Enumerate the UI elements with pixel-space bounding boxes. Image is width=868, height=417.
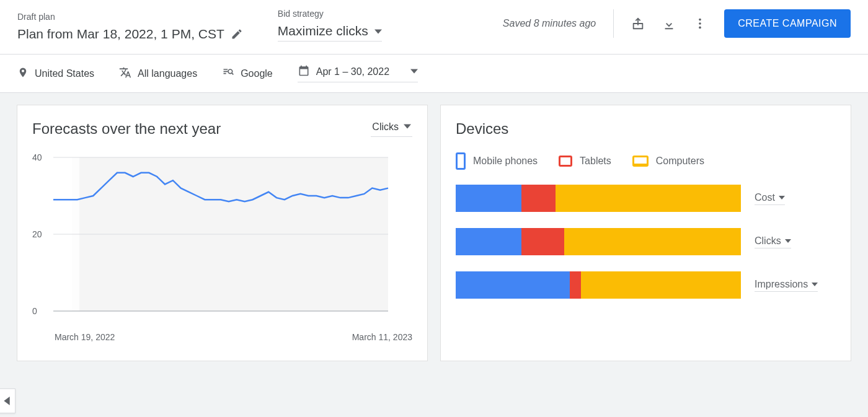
date-range-select[interactable]: Apr 1 – 30, 2022 <box>298 64 418 82</box>
svg-point-2 <box>699 22 701 25</box>
content: Forecasts over the next year Clicks 40 2… <box>0 93 868 373</box>
bid-field: Bid strategy Maximize clicks <box>278 9 382 42</box>
bar-metric-select-clicks[interactable]: Clicks <box>755 235 791 248</box>
forecast-chart: 40 20 0 March 19, 2022 March 11, 2023 <box>32 150 412 342</box>
share-icon[interactable] <box>631 17 645 30</box>
legend-mobile-label: Mobile phones <box>473 156 538 167</box>
location-value: United States <box>35 68 94 79</box>
legend-tablets: Tablets <box>559 156 611 167</box>
divider <box>613 9 614 38</box>
header-actions: Saved 8 minutes ago CREATE CAMPAIGN <box>503 9 851 38</box>
seg-computers <box>581 271 741 299</box>
collapse-panel-button[interactable] <box>0 388 16 413</box>
languages-value: All languages <box>138 68 197 79</box>
search-network-icon <box>222 66 234 81</box>
seg-mobile <box>456 228 521 255</box>
legend-tablets-label: Tablets <box>580 156 611 167</box>
device-bar-cost: Cost <box>456 185 836 212</box>
legend-mobile: Mobile phones <box>456 152 538 170</box>
stacked-bar <box>456 271 741 299</box>
bar-label-cost: Cost <box>755 192 775 203</box>
bar-metric-select-impressions[interactable]: Impressions <box>755 279 818 292</box>
chevron-down-icon <box>374 24 382 38</box>
svg-point-3 <box>699 27 701 29</box>
forecasts-card: Forecasts over the next year Clicks 40 2… <box>17 105 427 361</box>
forecast-metric-value: Clicks <box>372 121 399 133</box>
location-filter[interactable]: United States <box>17 67 94 81</box>
devices-legend: Mobile phones Tablets Computers <box>456 152 836 170</box>
seg-mobile <box>456 185 521 212</box>
devices-title: Devices <box>456 120 508 138</box>
download-icon[interactable] <box>662 17 676 30</box>
translate-icon <box>119 66 131 81</box>
computer-icon <box>632 156 649 167</box>
legend-computers: Computers <box>632 156 704 167</box>
chevron-down-icon <box>779 192 785 203</box>
pencil-icon[interactable] <box>231 28 243 40</box>
tablet-icon <box>559 156 572 167</box>
seg-mobile <box>456 271 570 299</box>
x-tick-start: March 19, 2022 <box>55 332 115 342</box>
forecasts-title: Forecasts over the next year <box>32 120 221 138</box>
x-tick-end: March 11, 2023 <box>352 332 412 342</box>
plan-field: Draft plan Plan from Mar 18, 2022, 1 PM,… <box>17 12 243 42</box>
create-campaign-button[interactable]: CREATE CAMPAIGN <box>724 9 851 38</box>
mobile-icon <box>456 152 466 170</box>
bar-label-impressions: Impressions <box>755 279 808 290</box>
plan-name-row[interactable]: Plan from Mar 18, 2022, 1 PM, CST <box>17 27 243 42</box>
header: Draft plan Plan from Mar 18, 2022, 1 PM,… <box>0 0 868 55</box>
seg-tablets <box>521 228 564 255</box>
languages-filter[interactable]: All languages <box>119 66 197 81</box>
seg-tablets <box>570 271 581 299</box>
stacked-bar <box>456 185 741 212</box>
forecast-metric-select[interactable]: Clicks <box>371 121 412 137</box>
legend-computers-label: Computers <box>656 156 704 167</box>
seg-computers <box>564 228 741 255</box>
bid-strategy-select[interactable]: Maximize clicks <box>278 24 382 42</box>
chevron-down-icon <box>404 121 411 133</box>
device-bar-impressions: Impressions <box>456 271 836 299</box>
seg-tablets <box>521 185 556 212</box>
forecast-line-chart <box>32 150 410 330</box>
bid-strategy-value: Maximize clicks <box>278 24 368 38</box>
calendar-icon <box>298 64 310 79</box>
bar-metric-select-cost[interactable]: Cost <box>755 192 785 205</box>
filter-bar: United States All languages Google Apr 1… <box>0 55 868 93</box>
devices-card: Devices Mobile phones Tablets Computers <box>441 105 851 361</box>
bid-strategy-label: Bid strategy <box>278 9 382 19</box>
svg-point-1 <box>699 19 701 21</box>
saved-status: Saved 8 minutes ago <box>503 18 596 29</box>
chevron-down-icon <box>410 66 418 77</box>
chevron-down-icon <box>785 235 791 247</box>
network-filter[interactable]: Google <box>222 66 273 81</box>
location-icon <box>17 67 29 81</box>
chevron-left-icon <box>3 397 11 405</box>
more-icon[interactable] <box>693 17 707 30</box>
bar-label-clicks: Clicks <box>755 235 781 247</box>
network-value: Google <box>241 68 273 79</box>
stacked-bar <box>456 228 741 255</box>
device-bar-clicks: Clicks <box>456 228 836 255</box>
date-range-value: Apr 1 – 30, 2022 <box>316 66 389 77</box>
draft-plan-label: Draft plan <box>17 12 243 22</box>
plan-name: Plan from Mar 18, 2022, 1 PM, CST <box>17 27 224 42</box>
chevron-down-icon <box>812 279 818 290</box>
svg-point-4 <box>228 69 232 74</box>
seg-computers <box>556 185 741 212</box>
